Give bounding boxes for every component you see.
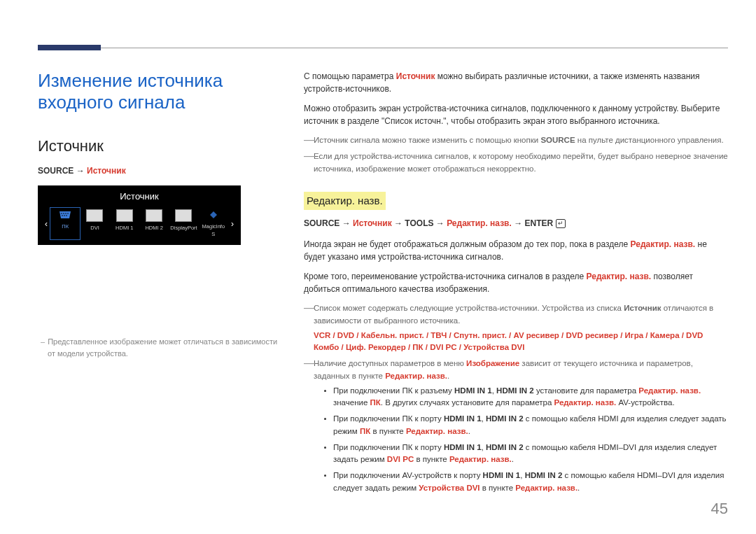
osd-item-label: HDMI 2: [141, 224, 167, 232]
note-wrong-source: Если для устройства-источника сигналов, …: [314, 150, 728, 175]
bullet-hdmi-mode-pc: При подключении ПК к порту HDMI IN 1, HD…: [333, 413, 728, 437]
page-content: Изменение источника входного сигнала Ист…: [38, 70, 728, 506]
menu-path-source: SOURCE → Источник: [38, 164, 283, 177]
menu-path-edit-name: SOURCE → Источник → TOOLS → Редактир. на…: [304, 217, 728, 230]
bullet-hdmi-pc: При подключении ПК к разъему HDMI IN 1, …: [333, 385, 728, 409]
magicinfo-icon: [206, 209, 221, 220]
port-icon: [86, 209, 103, 222]
osd-item-hdmi2[interactable]: HDMI 2: [141, 209, 167, 239]
osd-item-magicinfo[interactable]: MagicInfo S: [200, 209, 227, 239]
osd-item-label: DisplayPort: [170, 224, 197, 232]
svg-point-5: [64, 215, 65, 216]
editname-paragraph-1: Иногда экран не будет отображаться должн…: [304, 238, 728, 263]
page-number: 45: [711, 497, 728, 520]
svg-point-3: [67, 213, 69, 214]
svg-point-6: [66, 215, 67, 216]
port-icon: [146, 209, 162, 222]
svg-point-4: [62, 215, 63, 216]
intro-paragraph-2: Можно отобразить экран устройства-источн…: [304, 102, 728, 127]
osd-item-pc[interactable]: ПК: [52, 209, 78, 239]
osd-item-hdmi1[interactable]: HDMI 1: [111, 209, 138, 239]
section-title-edit-name: Редактир. назв.: [304, 181, 728, 218]
osd-item-label: HDMI 1: [111, 224, 138, 232]
port-icon: [116, 209, 133, 222]
osd-item-label: MagicInfo S: [200, 223, 227, 239]
osd-item-label: ПК: [52, 223, 78, 230]
path-source-target: Источник: [87, 166, 126, 176]
header-accent: [38, 45, 101, 50]
note-source-button: Источник сигнала можно также изменить с …: [314, 134, 728, 146]
intro-paragraph-1: С помощью параметра Источник можно выбир…: [304, 70, 728, 95]
osd-item-dvi[interactable]: DVI: [81, 209, 108, 239]
header-rule: [38, 48, 728, 48]
page-title: Изменение источника входного сигнала: [38, 70, 283, 113]
section-title-source: Источник: [38, 134, 283, 157]
enter-icon: ↵: [556, 219, 566, 228]
svg-point-1: [63, 213, 64, 214]
editname-paragraph-2: Кроме того, переименование устройства-ис…: [304, 270, 728, 295]
osd-title: Источник: [38, 185, 241, 209]
osd-carousel: ‹ ПК: [38, 209, 241, 246]
svg-point-0: [61, 213, 62, 214]
vga-icon: [57, 209, 73, 220]
device-type-list: VCR / DVD / Кабельн. прист. / ТВЧ / Спут…: [314, 330, 728, 354]
note-image-menu: Наличие доступных параметров в меню Изоб…: [314, 358, 728, 494]
path-source-prefix: SOURCE →: [38, 166, 85, 176]
osd-item-dp[interactable]: DisplayPort: [170, 209, 197, 239]
osd-items: ПК DVI HDMI 1 HDMI 2: [52, 209, 227, 239]
bullet-av-dvi: При подключении AV-устройств к порту HDM…: [333, 470, 728, 494]
osd-source-panel: Источник ‹ ПК: [38, 185, 241, 245]
note-device-list: Список может содержать следующие устройс…: [314, 302, 728, 353]
image-disclaimer: Представленное изображение может отличат…: [38, 336, 283, 359]
svg-point-2: [65, 213, 66, 214]
left-column: Изменение источника входного сигнала Ист…: [38, 70, 283, 506]
bullet-hdmi-dvi-pc: При подключении ПК к порту HDMI IN 1, HD…: [333, 442, 728, 466]
osd-item-label: DVI: [81, 224, 108, 232]
osd-nav-left[interactable]: ‹: [41, 218, 52, 230]
port-icon: [175, 209, 192, 222]
osd-nav-right[interactable]: ›: [227, 218, 238, 230]
right-column: С помощью параметра Источник можно выбир…: [304, 70, 728, 506]
